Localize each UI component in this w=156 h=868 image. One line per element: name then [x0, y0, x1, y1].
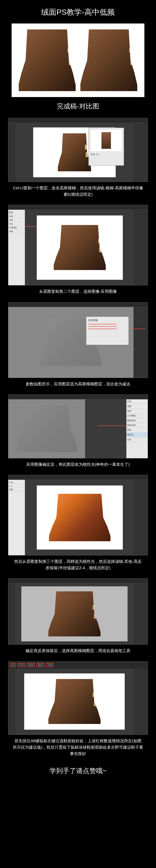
- screenshot-6: [8, 578, 148, 645]
- screenshot-2: 图层通道反相混合不透明度保留: [8, 205, 148, 285]
- ending-text: 学到手了请点赞哦~: [0, 767, 156, 775]
- apply-image-dialog: 应用图像: [86, 316, 129, 345]
- caption-1: Ctrl+J复制一个图层，改名高斯模糊，然后使用滤镜-模糊-高斯模糊半径像素5(…: [8, 185, 148, 198]
- step-6: 确定高反差保留后，选择高斯模糊图层，用混合器画笔工具: [8, 578, 148, 654]
- step-3: 应用图像 参数如图所示，应用图层选为高斯模糊图层，混合改为减去: [8, 302, 148, 387]
- screenshot-1: 半径: 5.0: [8, 118, 148, 182]
- caption-7: 首先按住Alt键鼠标左键点选鞋面较好处，上述红框数值视情况而定(如图所示仅为建议…: [8, 738, 148, 757]
- screenshot-4: 正常溶解变暗正片叠底颜色加深线性加深变亮线性光点光: [8, 394, 148, 459]
- caption-6: 确定高反差保留后，选择高斯模糊图层，用混合器画笔工具: [8, 648, 148, 654]
- blend-mode-panel: 正常溶解变暗正片叠底颜色加深线性加深变亮线性光点光: [126, 399, 148, 458]
- boot-after: [81, 29, 137, 91]
- highpass-panel: 半径2.0像素: [8, 480, 25, 555]
- gaussian-blur-dialog: 半径: 5.0: [88, 128, 124, 166]
- comparison-image: [11, 24, 145, 97]
- apply-image-panel: 图层通道反相混合不透明度保留: [8, 210, 25, 285]
- step-7: 41 27% 44% 36% 10% 首先按住Alt键鼠标左键点选鞋面较好处，上…: [8, 661, 148, 757]
- mixer-brush-toolbar: 41 27% 44% 36% 10%: [8, 661, 148, 669]
- screenshot-7: 41 27% 44% 36% 10%: [8, 661, 148, 735]
- step-5: 半径2.0像素 然后从原图复制第三个图层，同样选为线性光，然后选择滤镜-其他-高…: [8, 475, 148, 571]
- main-title: 绒面PS教学-高中低频: [0, 7, 156, 18]
- caption-4: 应用图像确定后，将此图层改为线性光(神奇的一幕发生了): [8, 461, 148, 468]
- screenshot-3: 应用图像: [8, 302, 148, 378]
- caption-5: 然后从原图复制第三个图层，同样选为线性光，然后选择滤镜-其他-高反差保留(半径值…: [8, 558, 148, 571]
- step-1: 半径: 5.0 Ctrl+J复制一个图层，改名高斯模糊，然后使用滤镜-模糊-高斯…: [8, 118, 148, 198]
- step-2: 图层通道反相混合不透明度保留 从原图复制第二个图层，选择图像-应用图像: [8, 205, 148, 295]
- step-4: 正常溶解变暗正片叠底颜色加深线性加深变亮线性光点光 应用图像确定后，将此图层改为…: [8, 394, 148, 468]
- caption-3: 参数如图所示，应用图层选为高斯模糊图层，混合改为减去: [8, 381, 148, 387]
- boot-before: [19, 29, 75, 91]
- screenshot-5: 半径2.0像素: [8, 475, 148, 556]
- subtitle: 完成稿-对比图: [0, 102, 156, 111]
- caption-2: 从原图复制第二个图层，选择图像-应用图像: [8, 288, 148, 295]
